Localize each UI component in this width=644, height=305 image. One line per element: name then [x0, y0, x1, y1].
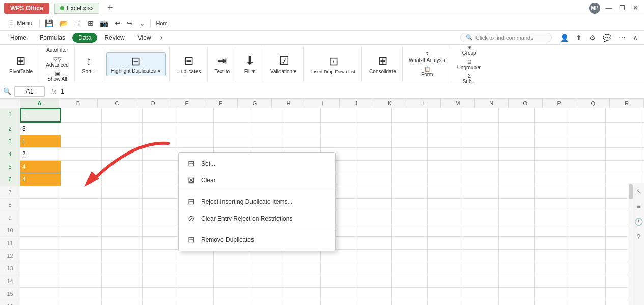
- cell[interactable]: [249, 108, 285, 123]
- cell[interactable]: [214, 108, 249, 123]
- cell[interactable]: [102, 250, 143, 262]
- col-header-q[interactable]: Q: [576, 99, 610, 108]
- cell[interactable]: [535, 250, 570, 262]
- validation-button[interactable]: ☑ Validation▼: [267, 53, 300, 76]
- minimize-button[interactable]: —: [604, 4, 613, 13]
- more-ribbon-icon[interactable]: ⋯: [617, 33, 628, 43]
- cell[interactable]: [535, 300, 570, 305]
- cell[interactable]: [535, 211, 570, 224]
- cell[interactable]: [356, 123, 392, 135]
- cell[interactable]: [102, 173, 143, 186]
- cell[interactable]: [641, 161, 644, 173]
- col-header-f[interactable]: F: [204, 99, 238, 108]
- cell[interactable]: [428, 108, 463, 123]
- cell[interactable]: [499, 123, 535, 135]
- cell[interactable]: [356, 108, 392, 123]
- cell[interactable]: [249, 300, 285, 305]
- cell[interactable]: 2: [20, 148, 61, 161]
- cell[interactable]: [499, 186, 535, 199]
- cell[interactable]: [61, 108, 102, 123]
- consolidate-button[interactable]: ⊞ Consolidate: [366, 53, 399, 76]
- cell[interactable]: [463, 135, 499, 148]
- col-header-n[interactable]: N: [475, 99, 509, 108]
- tab-data[interactable]: Data: [72, 33, 97, 43]
- cell[interactable]: [392, 211, 428, 224]
- cell[interactable]: [392, 224, 428, 237]
- close-button[interactable]: ✕: [631, 4, 640, 13]
- cell[interactable]: [499, 275, 535, 288]
- cell[interactable]: [102, 224, 143, 237]
- cell[interactable]: [463, 250, 499, 262]
- col-header-a[interactable]: A: [20, 99, 59, 108]
- col-header-l[interactable]: L: [407, 99, 441, 108]
- cell[interactable]: [143, 123, 178, 135]
- cell[interactable]: [143, 250, 178, 262]
- cell[interactable]: 1: [20, 108, 61, 123]
- cell[interactable]: [463, 275, 499, 288]
- cell[interactable]: [392, 199, 428, 211]
- cell[interactable]: [499, 108, 535, 123]
- home-tab-mini[interactable]: Hom: [154, 19, 170, 27]
- cell[interactable]: [570, 173, 606, 186]
- restore-button[interactable]: ❐: [618, 4, 627, 13]
- cell[interactable]: [285, 250, 321, 262]
- cell[interactable]: [61, 250, 102, 262]
- cell[interactable]: [214, 123, 249, 135]
- scrollbar-thumb[interactable]: [629, 184, 633, 199]
- cell[interactable]: [102, 262, 143, 275]
- cell[interactable]: [143, 288, 178, 300]
- cell[interactable]: [20, 275, 61, 288]
- cell[interactable]: [102, 288, 143, 300]
- cell[interactable]: [428, 224, 463, 237]
- cell[interactable]: [143, 161, 178, 173]
- cell[interactable]: [285, 123, 321, 135]
- col-header-g[interactable]: G: [238, 99, 271, 108]
- remove-duplicates-button[interactable]: ⊟ ...uplicates: [174, 53, 204, 76]
- cell[interactable]: [428, 173, 463, 186]
- save-icon[interactable]: 💾: [43, 18, 55, 28]
- cell[interactable]: [428, 250, 463, 262]
- cell[interactable]: [285, 288, 321, 300]
- formula-input[interactable]: [60, 87, 641, 96]
- cell[interactable]: [285, 108, 321, 123]
- cell[interactable]: [570, 262, 606, 275]
- cell[interactable]: [285, 262, 321, 275]
- dropdown-item-reject[interactable]: ⊟ Reject Inserting Duplicate Items...: [179, 193, 335, 210]
- cell[interactable]: [606, 108, 641, 123]
- cell[interactable]: [463, 161, 499, 173]
- cell[interactable]: [102, 199, 143, 211]
- cell[interactable]: [143, 108, 178, 123]
- col-header-m[interactable]: M: [441, 99, 474, 108]
- cell[interactable]: [641, 135, 644, 148]
- cell[interactable]: [428, 237, 463, 250]
- cell[interactable]: 3: [20, 123, 61, 135]
- dropdown-item-remove[interactable]: ⊟ Remove Duplicates: [179, 231, 335, 248]
- col-header-r[interactable]: R: [610, 99, 643, 108]
- col-header-p[interactable]: P: [543, 99, 576, 108]
- cell[interactable]: [102, 161, 143, 173]
- cell[interactable]: [178, 123, 214, 135]
- cell[interactable]: [356, 288, 392, 300]
- cell[interactable]: [20, 224, 61, 237]
- cell[interactable]: [102, 300, 143, 305]
- cell[interactable]: [499, 135, 535, 148]
- col-header-d[interactable]: D: [136, 99, 170, 108]
- cell[interactable]: [428, 135, 463, 148]
- cell[interactable]: [535, 262, 570, 275]
- cell[interactable]: [428, 161, 463, 173]
- cell[interactable]: [321, 288, 356, 300]
- cell[interactable]: [285, 275, 321, 288]
- cell[interactable]: [392, 173, 428, 186]
- show-all-button[interactable]: ▣ Show All: [44, 70, 70, 83]
- cell[interactable]: [249, 123, 285, 135]
- camera-icon[interactable]: 📷: [98, 18, 110, 28]
- cell[interactable]: [143, 275, 178, 288]
- cell[interactable]: [570, 288, 606, 300]
- cell[interactable]: [102, 186, 143, 199]
- tabs-more-icon[interactable]: ›: [158, 32, 165, 43]
- cell[interactable]: [499, 250, 535, 262]
- cell[interactable]: [61, 288, 102, 300]
- share-icon[interactable]: ⬆: [574, 33, 584, 43]
- collapse-ribbon-icon[interactable]: ∧: [631, 33, 640, 43]
- cell[interactable]: [392, 288, 428, 300]
